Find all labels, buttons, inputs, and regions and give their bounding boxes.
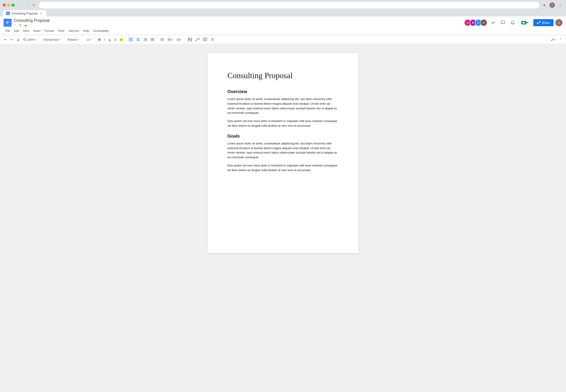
- svg-rect-1: [6, 21, 9, 22]
- document-area[interactable]: Consulting Proposal Overview Lorem ipsum…: [0, 44, 566, 392]
- menu-format[interactable]: Format: [43, 28, 55, 33]
- insert-link-button[interactable]: [194, 36, 201, 43]
- editing-mode-chevron-icon: ▾: [555, 39, 556, 41]
- align-center-button[interactable]: [135, 36, 141, 43]
- notifications-button[interactable]: [509, 19, 517, 27]
- close-window-button[interactable]: [3, 3, 6, 7]
- meet-icon: [521, 21, 526, 25]
- align-justify-button[interactable]: [149, 36, 156, 43]
- browser-nav-buttons: ← → ↻: [16, 2, 37, 8]
- toolbar-separator-5: [126, 37, 126, 42]
- paragraph-style-chevron-icon: ▾: [59, 39, 60, 41]
- profile-button[interactable]: U: [549, 2, 555, 8]
- cloud-icon[interactable]: ☁: [24, 23, 27, 27]
- highlight-button[interactable]: A: [119, 36, 124, 43]
- collaborator-avatar-4[interactable]: D: [480, 19, 487, 26]
- toolbar-separator-6: [157, 37, 158, 42]
- share-button[interactable]: Share: [533, 19, 553, 26]
- italic-button[interactable]: I: [103, 36, 106, 43]
- docs-title-right: A B C D: [464, 19, 563, 27]
- menu-accessibility[interactable]: Accessibility: [91, 28, 111, 33]
- section-heading-overview[interactable]: Overview: [227, 89, 339, 94]
- insert-image-button[interactable]: [187, 36, 193, 43]
- svg-line-6: [25, 40, 26, 41]
- expand-button[interactable]: ⌃: [558, 36, 563, 43]
- align-left-button[interactable]: [128, 36, 134, 43]
- svg-point-5: [24, 39, 25, 40]
- menu-view[interactable]: View: [21, 28, 31, 33]
- font-chevron-icon: ▾: [78, 39, 79, 41]
- zoom-chevron-icon: ▾: [35, 39, 36, 41]
- analytics-button[interactable]: [489, 19, 497, 27]
- document-title-heading[interactable]: Consulting Proposal: [227, 71, 339, 80]
- menu-edit[interactable]: Edit: [12, 28, 21, 33]
- toolbar-separator-3: [83, 37, 83, 42]
- menu-insert[interactable]: Insert: [31, 28, 42, 33]
- docs-title-left: Consulting Proposal ☆ 📁 ☁: [3, 18, 50, 27]
- menu-addons[interactable]: Add-ons: [67, 28, 81, 33]
- svg-rect-3: [6, 23, 8, 24]
- paragraph-style-selector[interactable]: Normal text ▾: [42, 36, 62, 43]
- bullet-list-chevron-icon: ▾: [172, 39, 173, 41]
- line-spacing-button[interactable]: [159, 36, 165, 43]
- goals-paragraph-2[interactable]: Duis autem vel eum iriure dolor in hendr…: [227, 163, 339, 173]
- paragraph-style-value: Normal text: [43, 38, 58, 41]
- bookmark-button[interactable]: ★: [541, 2, 547, 8]
- insert-comment-button[interactable]: [202, 36, 209, 43]
- comments-button[interactable]: [499, 19, 507, 27]
- print-button[interactable]: 🖨: [15, 36, 21, 43]
- tab-bar: G Consulting Proposal ✕: [3, 10, 563, 16]
- align-right-button[interactable]: [142, 36, 149, 43]
- share-label: Share: [542, 21, 550, 25]
- minimize-window-button[interactable]: [7, 3, 10, 7]
- font-value: Roboto: [68, 38, 77, 41]
- zoom-control[interactable]: 100% ▾: [22, 36, 38, 43]
- tab-close-button[interactable]: ✕: [39, 12, 43, 15]
- numbered-list-button[interactable]: 1.2.3. ▾: [175, 36, 183, 43]
- redo-button[interactable]: ↪: [9, 36, 14, 43]
- menu-help[interactable]: Help: [81, 28, 91, 33]
- maximize-window-button[interactable]: [12, 3, 15, 7]
- font-size-selector[interactable]: 11 ▾: [85, 36, 93, 43]
- overview-paragraph-2[interactable]: Duis autem vel eum iriure dolor in hendr…: [227, 119, 339, 128]
- docs-logo: [3, 19, 12, 27]
- meet-camera-icon: [523, 22, 525, 24]
- document-page[interactable]: Consulting Proposal Overview Lorem ipsum…: [207, 53, 359, 253]
- docs-topbar: Consulting Proposal ☆ 📁 ☁ A B C D: [0, 16, 566, 35]
- forward-button[interactable]: →: [24, 2, 30, 8]
- menu-file[interactable]: File: [3, 28, 12, 33]
- font-selector[interactable]: Roboto ▾: [66, 36, 81, 43]
- editing-mode-button[interactable]: ▾: [550, 36, 557, 43]
- traffic-lights: [3, 3, 15, 7]
- text-color-button[interactable]: A: [113, 36, 118, 43]
- section-goals: Goals Lorem ipsum dolor sit amet, consec…: [227, 134, 339, 173]
- back-button[interactable]: ←: [16, 2, 23, 8]
- browser-top-bar: ← → ↻ ★ U ⋮: [3, 2, 563, 8]
- menu-button[interactable]: ⋮: [557, 2, 563, 8]
- docs-title-row: Consulting Proposal ☆ 📁 ☁ A B C D: [3, 18, 563, 27]
- undo-button[interactable]: ↩: [3, 36, 8, 43]
- active-tab[interactable]: G Consulting Proposal ✕: [3, 10, 46, 16]
- svg-point-30: [168, 40, 168, 41]
- menu-tools[interactable]: Tools: [56, 28, 66, 33]
- reload-button[interactable]: ↻: [31, 2, 37, 8]
- underline-button[interactable]: U: [107, 36, 112, 43]
- meet-button[interactable]: ▾: [518, 19, 532, 26]
- clear-formatting-button[interactable]: [209, 36, 216, 43]
- star-icon[interactable]: ☆: [14, 23, 17, 27]
- numbered-list-chevron-icon: ▾: [180, 39, 181, 41]
- section-heading-goals[interactable]: Goals: [227, 134, 339, 139]
- address-bar[interactable]: [39, 2, 539, 8]
- goals-paragraph-1[interactable]: Lorem ipsum dolor sit amet, consectetuer…: [227, 141, 339, 160]
- bold-button[interactable]: B: [97, 36, 102, 43]
- toolbar-right: ▾ ⌃: [550, 36, 563, 43]
- folder-icon[interactable]: 📁: [18, 23, 22, 27]
- docs-title-info: Consulting Proposal ☆ 📁 ☁: [14, 18, 50, 27]
- bullet-list-button[interactable]: ▾: [166, 36, 174, 43]
- document-title[interactable]: Consulting Proposal: [14, 18, 50, 23]
- svg-line-40: [197, 39, 198, 40]
- font-size-chevron-icon: ▾: [90, 39, 91, 41]
- overview-paragraph-1[interactable]: Lorem ipsum dolor sit amet, consectetuer…: [227, 97, 339, 115]
- browser-chrome: ← → ↻ ★ U ⋮ G Consulting Proposal ✕: [0, 0, 566, 16]
- user-profile-button[interactable]: U: [555, 19, 563, 26]
